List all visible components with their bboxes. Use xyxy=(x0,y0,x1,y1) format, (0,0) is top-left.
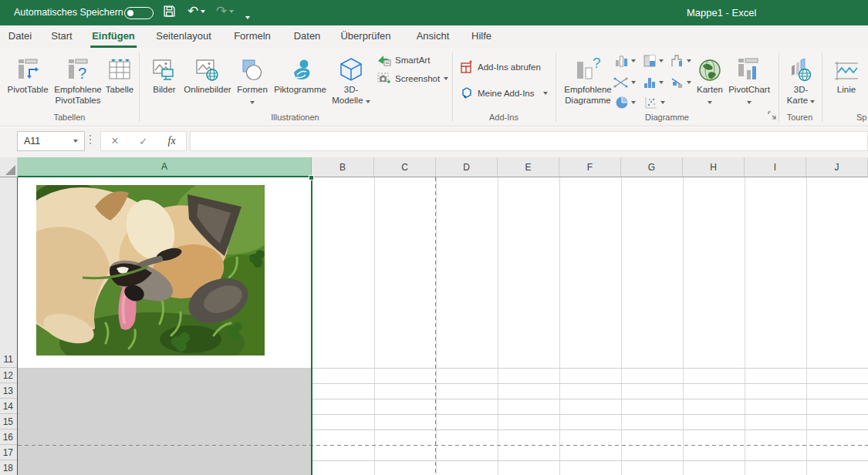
diagramme-dialog-launcher[interactable] xyxy=(768,111,776,121)
tab-seitenlayout[interactable]: Seitenlayout xyxy=(154,25,213,48)
smartart-button[interactable]: SmartArt xyxy=(377,54,430,66)
column-chart-button[interactable] xyxy=(615,54,636,68)
formula-input[interactable] xyxy=(190,131,868,151)
3d-karte-icon xyxy=(789,57,812,82)
ribbon-tab-bar: Datei Start Einfügen Seitenlayout Formel… xyxy=(0,25,868,48)
tab-formeln[interactable]: Formeln xyxy=(232,25,272,48)
sheet-canvas[interactable] xyxy=(0,177,868,475)
screenshot-button[interactable]: Screenshot xyxy=(377,72,448,85)
column-header-j[interactable]: J xyxy=(806,157,868,177)
meine-addins-button[interactable]: Meine Add-Ins xyxy=(461,86,548,99)
selection-handle[interactable] xyxy=(309,175,314,180)
column-header-g[interactable]: G xyxy=(621,157,683,177)
scatter-chart-button[interactable] xyxy=(644,96,665,109)
undo-dropdown-icon[interactable] xyxy=(201,10,205,13)
karte-3d-button[interactable]: 3D- Karte xyxy=(781,51,821,106)
formen-button[interactable]: Formen xyxy=(234,51,271,106)
gridline xyxy=(18,368,868,369)
karten-icon xyxy=(698,59,721,82)
tab-hilfe[interactable]: Hilfe xyxy=(470,25,493,48)
row-header-16[interactable]: 16 xyxy=(0,430,17,445)
screenshot-dropdown-icon[interactable] xyxy=(444,77,448,80)
tab-einfuegen[interactable]: Einfügen xyxy=(90,25,137,48)
row-header-15[interactable]: 15 xyxy=(0,414,17,430)
pie-chart-button[interactable] xyxy=(615,96,636,109)
customize-qat-button[interactable] xyxy=(245,8,250,22)
window-title: Mappe1 - Excel xyxy=(687,7,756,19)
autosave-toggle[interactable] xyxy=(124,7,154,19)
histogram-chart-button[interactable] xyxy=(643,76,664,89)
pivottable-button[interactable]: PivotTable xyxy=(5,51,51,95)
select-all-corner[interactable] xyxy=(0,157,18,177)
column-header-i[interactable]: I xyxy=(745,157,806,177)
combo-chart-button[interactable] xyxy=(670,76,691,89)
row-header-12[interactable]: 12 xyxy=(0,368,17,383)
tab-datei[interactable]: Datei xyxy=(7,25,33,48)
onlinebilder-icon xyxy=(195,57,220,82)
gridline xyxy=(806,177,807,475)
gridline xyxy=(621,177,622,475)
line-scatter-chart-button[interactable] xyxy=(613,76,636,89)
cancel-button[interactable]: × xyxy=(111,134,118,148)
dropdown-icon xyxy=(631,59,636,62)
tab-start[interactable]: Start xyxy=(49,25,73,48)
pivotchart-dropdown-icon[interactable] xyxy=(747,101,751,104)
modelle-dropdown-icon[interactable] xyxy=(366,100,370,103)
customize-qat-caret-icon xyxy=(245,16,250,19)
column-header-e[interactable]: E xyxy=(498,157,559,177)
selection-border-right[interactable] xyxy=(311,177,312,475)
karte-3d-dropdown-icon[interactable] xyxy=(810,100,815,103)
column-header-d[interactable]: D xyxy=(436,157,498,177)
tab-ansicht[interactable]: Ansicht xyxy=(415,25,451,48)
waterfall-chart-button[interactable] xyxy=(670,54,691,68)
undo-button[interactable]: ↶ xyxy=(187,3,205,19)
row-header-11[interactable]: 11 xyxy=(0,177,17,368)
redo-dropdown-icon xyxy=(229,10,234,13)
tab-ueberpruefen[interactable]: Überprüfen xyxy=(339,25,392,48)
redo-button[interactable]: ↷ xyxy=(216,3,234,19)
row-header-14[interactable]: 14 xyxy=(0,399,17,414)
empfohlene-diagramme-button[interactable]: ? Empfohlene Diagramme xyxy=(557,51,619,106)
row-header-13[interactable]: 13 xyxy=(0,383,17,399)
name-box-dropdown-icon[interactable] xyxy=(73,140,78,143)
onlinebilder-button[interactable]: Onlinebilder xyxy=(180,51,235,95)
insert-function-button[interactable]: fx xyxy=(168,135,176,147)
tabelle-button[interactable]: Tabelle xyxy=(100,51,139,95)
linie-sparkline-button[interactable]: Linie xyxy=(827,51,866,95)
karten-dropdown-icon[interactable] xyxy=(708,101,712,104)
autosave-label: Automatisches Speichern xyxy=(14,7,123,18)
modelle-3d-button[interactable]: 3D- Modelle xyxy=(329,51,373,106)
tab-daten[interactable]: Daten xyxy=(292,25,323,48)
formen-dropdown-icon[interactable] xyxy=(250,101,255,104)
empfohlene-pivottables-icon: ? xyxy=(66,57,90,82)
pivotchart-icon xyxy=(737,57,762,82)
name-box[interactable]: A11 xyxy=(17,131,85,151)
row-header-18[interactable]: 18 xyxy=(0,460,17,475)
gridline xyxy=(436,177,437,475)
area-chart-button[interactable] xyxy=(643,54,664,68)
column-header-h[interactable]: H xyxy=(683,157,745,177)
inserted-picture-dog[interactable] xyxy=(36,185,265,355)
save-button[interactable] xyxy=(163,5,176,18)
smartart-icon xyxy=(377,54,391,66)
gridline xyxy=(18,460,868,461)
meine-addins-icon xyxy=(461,86,474,99)
gridline xyxy=(18,383,868,384)
excel-window: Automatisches Speichern ↶ ↷ Mappe1 - Exc… xyxy=(0,0,868,475)
meine-addins-dropdown-icon[interactable] xyxy=(543,92,548,95)
pivotchart-button[interactable]: PivotChart xyxy=(724,51,775,106)
row-header-17[interactable]: 17 xyxy=(0,445,17,460)
bilder-button[interactable]: Bilder xyxy=(146,51,183,95)
column-header-a[interactable]: A xyxy=(18,157,312,177)
gridline xyxy=(18,430,868,430)
column-header-f[interactable]: F xyxy=(559,157,621,177)
svg-text:?: ? xyxy=(78,65,86,82)
column-header-c[interactable]: C xyxy=(374,157,436,177)
svg-text:?: ? xyxy=(593,56,601,71)
column-header-b[interactable]: B xyxy=(312,157,374,177)
piktogramme-button[interactable]: Piktogramme xyxy=(271,51,329,95)
karten-button[interactable]: Karten xyxy=(691,51,728,106)
dropdown-icon xyxy=(660,101,665,104)
addins-abrufen-button[interactable]: Add-Ins abrufen xyxy=(461,60,541,73)
enter-button[interactable]: ✓ xyxy=(139,136,147,147)
